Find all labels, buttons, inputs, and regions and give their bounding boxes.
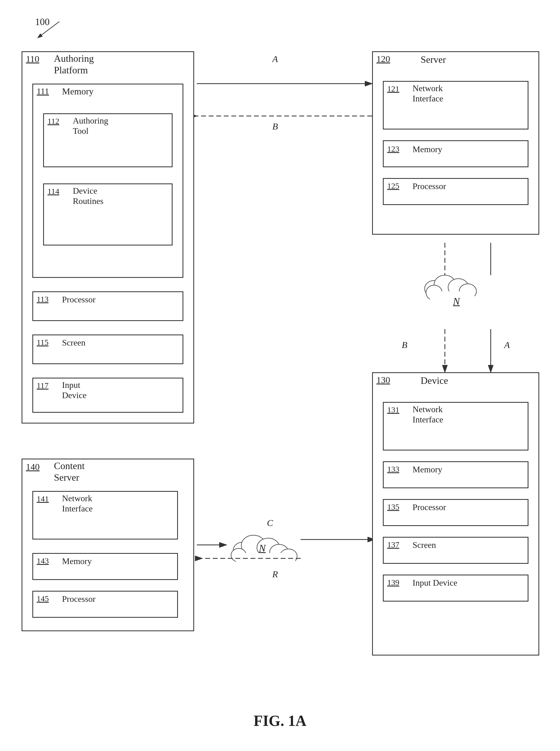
- ap-processor-box: [32, 291, 183, 321]
- authoring-platform-id: 110: [26, 54, 39, 64]
- server-network-title: NetworkInterface: [413, 83, 443, 104]
- diagram: 100 110 AuthoringPlatform 111 Memory 112…: [0, 0, 560, 751]
- cs-network-title: NetworkInterface: [62, 493, 93, 514]
- server-processor-id: 125: [387, 181, 399, 191]
- svg-point-21: [280, 549, 297, 564]
- content-server-title: ContentServer: [54, 460, 85, 483]
- device-screen-title: Screen: [413, 540, 436, 550]
- ap-processor-title: Processor: [62, 295, 96, 304]
- cs-memory-id: 143: [37, 556, 49, 566]
- server-memory-box: [383, 140, 528, 167]
- svg-rect-15: [430, 291, 475, 301]
- device-processor-title: Processor: [413, 502, 446, 512]
- server-memory-id: 123: [387, 144, 399, 154]
- server-processor-box: [383, 178, 528, 205]
- ap-input-id: 117: [37, 381, 48, 390]
- arrow-b-right: B: [402, 340, 407, 350]
- svg-point-17: [233, 542, 252, 558]
- arrow-c: C: [267, 518, 273, 528]
- cs-processor-id: 145: [37, 594, 49, 603]
- cloud-n-bottom: N: [259, 542, 265, 554]
- ap-screen-id: 115: [37, 338, 48, 347]
- cs-network-box: [32, 491, 178, 539]
- memory-id: 111: [37, 86, 49, 96]
- ap-screen-title: Screen: [62, 338, 85, 348]
- svg-point-11: [434, 275, 456, 294]
- device-memory-id: 133: [387, 465, 399, 474]
- device-screen-box: [383, 537, 528, 564]
- server-network-box: [383, 81, 528, 130]
- arrow-a-top: A: [272, 54, 278, 64]
- server-id: 120: [376, 54, 390, 64]
- device-id: 130: [376, 375, 390, 385]
- cs-processor-title: Processor: [62, 594, 96, 604]
- device-memory-title: Memory: [413, 465, 442, 474]
- cs-memory-box: [32, 553, 178, 580]
- server-processor-title: Processor: [413, 181, 446, 191]
- device-title: Device: [421, 375, 448, 386]
- device-routines-id: 114: [47, 187, 59, 196]
- ap-input-box: [32, 378, 183, 413]
- svg-point-20: [269, 545, 288, 560]
- svg-point-10: [425, 280, 443, 297]
- server-title: Server: [421, 54, 446, 65]
- device-routines-box: [43, 183, 173, 245]
- memory-group-box: [32, 84, 183, 278]
- device-routines-title: DeviceRoutines: [73, 185, 103, 206]
- svg-rect-23: [236, 553, 295, 564]
- device-input-id: 139: [387, 578, 399, 587]
- device-processor-box: [383, 499, 528, 526]
- cs-processor-box: [32, 591, 178, 618]
- server-memory-title: Memory: [413, 144, 442, 154]
- svg-line-27: [38, 22, 59, 38]
- cloud-n-top: N: [453, 295, 460, 307]
- authoring-tool-id: 112: [47, 117, 59, 126]
- device-network-title: NetworkInterface: [413, 404, 443, 425]
- device-input-title: Input Device: [413, 578, 457, 588]
- ap-processor-id: 113: [37, 295, 48, 304]
- device-network-box: [383, 402, 528, 451]
- svg-point-14: [426, 285, 442, 300]
- cs-memory-title: Memory: [62, 556, 92, 566]
- svg-point-13: [459, 284, 476, 299]
- svg-point-12: [448, 279, 468, 296]
- device-network-id: 131: [387, 405, 399, 414]
- ap-screen-box: [32, 335, 183, 364]
- content-server-id: 140: [26, 462, 40, 472]
- device-processor-id: 135: [387, 502, 399, 511]
- server-network-id: 121: [387, 84, 399, 93]
- authoring-platform-title: AuthoringPlatform: [54, 53, 94, 76]
- authoring-tool-title: AuthoringTool: [73, 116, 108, 136]
- memory-title: Memory: [62, 86, 94, 97]
- arrow-r: R: [272, 569, 278, 579]
- svg-point-22: [231, 548, 246, 562]
- arrow-b-top: B: [272, 121, 278, 132]
- figure-label: FIG. 1A: [0, 712, 560, 729]
- arrow-a-right: A: [504, 340, 510, 350]
- device-screen-id: 137: [387, 540, 399, 549]
- cs-network-id: 141: [37, 494, 49, 503]
- device-memory-box: [383, 461, 528, 488]
- ap-input-title: InputDevice: [62, 380, 86, 400]
